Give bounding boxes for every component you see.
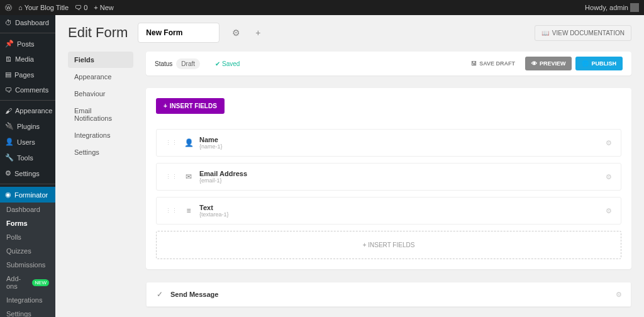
menu-comments[interactable]: 🗨Comments — [0, 82, 55, 97]
page-icon: ▤ — [5, 70, 11, 79]
admin-menu: ⏱Dashboard 📌Posts 🖻Media ▤Pages 🗨Comment… — [0, 15, 55, 317]
status-label: Status — [155, 60, 172, 67]
new-badge: NEW — [32, 279, 49, 286]
gauge-icon: ⏱ — [5, 19, 12, 26]
submenu-settings[interactable]: Settings — [0, 307, 55, 317]
mail-icon: ✉ — [184, 172, 193, 181]
text-icon: ≡ — [184, 206, 193, 215]
insert-fields-button[interactable]: +INSERT FIELDS — [156, 98, 225, 114]
menu-forminator[interactable]: ◉Forminator — [0, 187, 55, 203]
field-row[interactable]: ⋮⋮ ✉ Email Address {email-1} ⚙ — [156, 163, 621, 191]
publish-button[interactable]: 🌐PUBLISH — [575, 57, 623, 70]
plug-icon: 🔌 — [5, 122, 14, 130]
wp-admin-bar: ⓦ ⌂ Your Blog Title 🗨 0 + New Howdy, adm… — [0, 0, 644, 15]
field-settings-icon[interactable]: ⚙ — [606, 173, 612, 181]
submenu-dashboard[interactable]: Dashboard — [0, 203, 55, 216]
my-account[interactable]: Howdy, admin — [585, 3, 639, 12]
drag-handle-icon[interactable]: ⋮⋮ — [165, 208, 178, 214]
comment-icon: 🗨 — [5, 86, 12, 94]
field-settings-icon[interactable]: ⚙ — [616, 291, 622, 299]
new-content-link[interactable]: + New — [94, 4, 113, 11]
plus-icon: + — [363, 242, 367, 248]
plus-icon: + — [164, 103, 167, 109]
field-slug: {email-1} — [199, 177, 599, 184]
check-icon: ✔ — [215, 60, 220, 67]
nav-appearance[interactable]: Appearance — [68, 69, 133, 85]
field-slug: {name-1} — [199, 143, 599, 150]
submit-row[interactable]: ✓ Send Message ⚙ — [146, 282, 631, 307]
wrench-icon: 🔧 — [5, 153, 14, 162]
menu-users[interactable]: 👤Users — [0, 134, 55, 150]
globe-icon: 🌐 — [582, 60, 589, 67]
check-icon: ✓ — [155, 290, 164, 299]
fields-panel: +INSERT FIELDS ⋮⋮ 👤 Name {name-1} ⚙ ⋮⋮ ✉… — [146, 88, 631, 269]
nav-settings[interactable]: Settings — [68, 144, 133, 160]
menu-tools[interactable]: 🔧Tools — [0, 150, 55, 165]
field-row[interactable]: ⋮⋮ 👤 Name {name-1} ⚙ — [156, 129, 621, 157]
nav-fields[interactable]: Fields — [68, 52, 133, 68]
submenu-polls[interactable]: Polls — [0, 230, 55, 244]
nav-integrations[interactable]: Integrations — [68, 127, 133, 143]
menu-dashboard[interactable]: ⏱Dashboard — [0, 15, 55, 30]
submit-panel: ✓ Send Message ⚙ — [146, 282, 631, 307]
submenu-submissions[interactable]: Submissions — [0, 258, 55, 272]
page-title: Edit Form — [68, 25, 128, 41]
media-icon: 🖻 — [5, 55, 12, 63]
menu-plugins[interactable]: 🔌Plugins — [0, 118, 55, 134]
insert-fields-dropzone[interactable]: + INSERT FIELDS — [156, 231, 621, 259]
nav-behaviour[interactable]: Behaviour — [68, 86, 133, 102]
user-icon: 👤 — [184, 138, 193, 147]
save-draft-button[interactable]: 🖫SAVE DRAFT — [465, 57, 521, 70]
drag-handle-icon[interactable]: ⋮⋮ — [165, 140, 178, 146]
submit-label: Send Message — [170, 291, 218, 298]
form-name-input[interactable] — [138, 23, 219, 43]
form-settings-icon[interactable]: ⚙ — [230, 25, 243, 40]
menu-media[interactable]: 🖻Media — [0, 52, 55, 67]
field-settings-icon[interactable]: ⚙ — [606, 207, 612, 215]
pin-icon: 📌 — [5, 40, 14, 48]
field-title: Email Address — [199, 170, 599, 177]
menu-pages[interactable]: ▤Pages — [0, 67, 55, 82]
view-docs-button[interactable]: 📖VIEW DOCUMENTATION — [535, 25, 631, 41]
field-title: Name — [199, 136, 599, 143]
drag-handle-icon[interactable]: ⋮⋮ — [165, 174, 178, 180]
status-badge: Draft — [176, 58, 200, 69]
add-form-icon[interactable]: + — [253, 25, 263, 40]
menu-settings[interactable]: ⚙Settings — [0, 165, 55, 181]
preview-button[interactable]: 👁PREVIEW — [525, 57, 572, 70]
menu-appearance[interactable]: 🖌Appearance — [0, 103, 55, 118]
eye-icon: 👁 — [531, 60, 537, 67]
site-link[interactable]: ⌂ Your Blog Title — [18, 4, 69, 11]
book-icon: 📖 — [541, 30, 549, 36]
nav-email[interactable]: Email Notifications — [68, 103, 133, 126]
wp-logo-icon[interactable]: ⓦ — [5, 3, 12, 13]
comments-link[interactable]: 🗨 0 — [75, 4, 87, 11]
submenu-integrations[interactable]: Integrations — [0, 293, 55, 307]
avatar-icon — [630, 3, 639, 12]
save-icon: 🖫 — [471, 60, 477, 67]
status-bar: Status Draft ✔Saved 🖫SAVE DRAFT 👁PREVIEW… — [146, 52, 631, 75]
forminator-icon: ◉ — [5, 191, 11, 199]
field-slug: {textarea-1} — [199, 211, 599, 218]
menu-posts[interactable]: 📌Posts — [0, 36, 55, 52]
saved-indicator: ✔Saved — [215, 60, 240, 67]
submenu-forms[interactable]: Forms — [0, 216, 55, 230]
brush-icon: 🖌 — [5, 107, 12, 114]
submenu-quizzes[interactable]: Quizzes — [0, 244, 55, 258]
sliders-icon: ⚙ — [5, 169, 11, 177]
field-settings-icon[interactable]: ⚙ — [606, 139, 612, 147]
form-settings-nav: Fields Appearance Behaviour Email Notifi… — [68, 52, 133, 317]
submenu-addons[interactable]: Add-ons NEW — [0, 272, 55, 293]
field-row[interactable]: ⋮⋮ ≡ Text {textarea-1} ⚙ — [156, 197, 621, 225]
field-title: Text — [199, 204, 599, 211]
user-icon: 👤 — [5, 138, 14, 146]
